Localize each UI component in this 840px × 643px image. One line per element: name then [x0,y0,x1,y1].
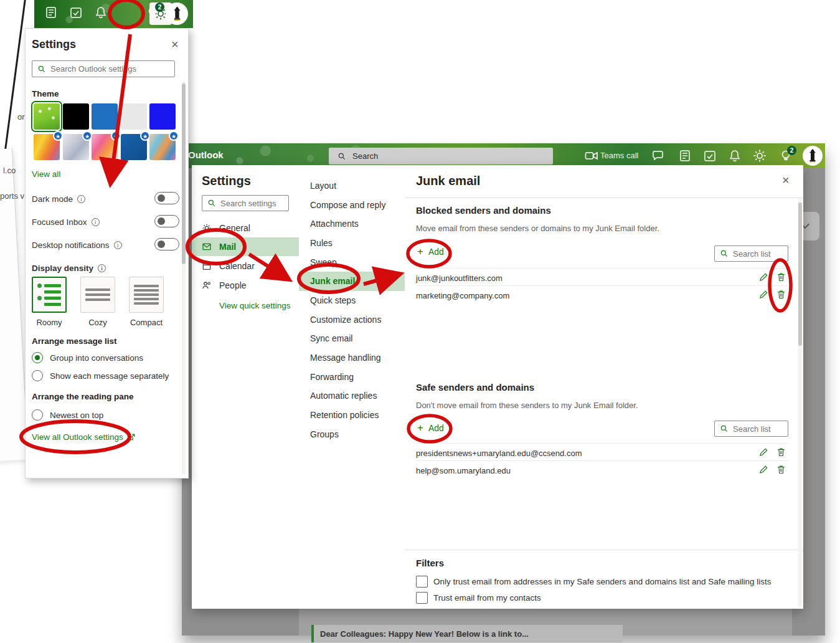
density-label-compact: Compact [129,318,164,327]
settings-dialog: Settings Search settings General Mail Ca… [192,165,803,609]
nav-groups[interactable]: Groups [299,425,405,444]
radio-group-conversations[interactable]: Group into conversations [32,351,143,364]
edit-pencil-icon[interactable] [758,272,769,282]
density-option-compact[interactable] [129,277,164,313]
density-option-roomy[interactable] [32,277,67,313]
toggle-label: Focused Inbox [32,217,87,227]
view-quick-settings-link[interactable]: View quick settings [219,301,291,310]
category-calendar[interactable]: Calendar [192,257,299,275]
close-icon[interactable]: × [171,38,179,50]
delete-trash-icon[interactable] [776,289,786,300]
settings-search-placeholder: Search settings [220,199,276,208]
search-icon [337,152,346,161]
theme-swatch-pink[interactable]: ★ [92,134,118,160]
pane-title: Junk email [416,174,480,188]
divider [405,198,803,198]
blocked-senders-description: Move email from these senders or domains… [416,224,659,233]
radio-label: Group into conversations [50,353,143,363]
focused-inbox-toggle[interactable] [154,215,179,227]
nav-junk-email[interactable]: Junk email [299,272,405,291]
video-camera-icon[interactable] [584,148,599,163]
edit-pencil-icon[interactable] [758,447,769,457]
nav-layout[interactable]: Layout [299,176,405,196]
tips-badge: 2 [155,2,164,12]
theme-swatch-basketball[interactable]: ★ [121,134,147,160]
edit-pencil-icon[interactable] [758,464,769,475]
blocked-search-list-input[interactable]: Search list [714,245,788,262]
safe-sender-item: presidentsnews+umaryland.edu@ccsend.com [416,449,582,458]
nav-sync-email[interactable]: Sync email [299,329,405,348]
category-mail[interactable]: Mail [192,237,299,256]
info-icon: i [98,264,106,272]
settings-gear-icon[interactable] [752,148,767,163]
scrollbar-thumb[interactable] [798,202,802,346]
flyout-search-input[interactable]: Search Outlook settings [32,60,175,77]
nav-compose-and-reply[interactable]: Compose and reply [299,196,405,215]
nav-message-handling[interactable]: Message handling [299,348,405,368]
star-icon: ★ [53,131,63,141]
notifications-bell-icon[interactable] [93,5,108,20]
nav-retention-policies[interactable]: Retention policies [299,406,405,425]
edit-pencil-icon[interactable] [758,289,769,300]
nav-attachments[interactable]: Attachments [299,214,405,234]
nav-rules[interactable]: Rules [299,234,405,253]
radio-separate-messages[interactable]: Show each message separately [32,369,169,382]
info-icon: i [92,218,100,226]
category-general[interactable]: General [192,219,299,237]
account-avatar[interactable] [166,2,188,25]
density-option-cozy[interactable] [80,277,115,313]
add-blocked-sender-button[interactable]: + Add [417,246,444,257]
theme-swatch-rainbow[interactable]: ★ [34,134,60,160]
dark-mode-toggle[interactable] [154,192,179,204]
nav-forwarding[interactable]: Forwarding [299,368,405,387]
theme-swatch-gray[interactable] [121,103,147,130]
theme-swatch-bright-blue[interactable] [149,103,176,130]
theme-swatch-beach[interactable]: ★ [149,134,176,160]
todo-icon[interactable] [702,148,717,163]
theme-swatch-green-selected[interactable] [34,103,60,130]
nav-automatic-replies[interactable]: Automatic replies [299,386,405,406]
close-icon[interactable]: × [782,174,790,186]
add-safe-sender-button[interactable]: + Add [417,422,444,433]
delete-trash-icon[interactable] [776,272,786,282]
add-button-label: Add [428,247,444,257]
safe-search-list-input[interactable]: Search list [714,421,788,437]
safe-senders-heading: Safe senders and domains [416,382,534,393]
desktop-notifications-toggle[interactable] [154,238,179,250]
category-people[interactable]: People [192,276,299,295]
delete-trash-icon[interactable] [776,464,786,475]
bar [44,284,61,287]
account-avatar[interactable] [803,146,823,166]
theme-swatch-blue[interactable] [92,103,118,130]
theme-swatch-black[interactable] [63,103,89,130]
scrollbar-thumb[interactable] [182,83,186,264]
settings-dialog-title: Settings [202,174,251,188]
settings-search-input[interactable]: Search settings [202,195,289,211]
mail-envelope-icon [202,242,212,252]
density-label-roomy: Roomy [32,318,67,327]
feed-icon[interactable] [44,5,59,20]
todo-icon[interactable] [68,5,83,20]
teams-call-button[interactable]: Teams call [600,151,638,160]
bar [44,297,61,300]
notifications-bell-icon[interactable] [727,148,742,163]
radio-newest-on-top[interactable]: Newest on top [32,409,103,421]
global-search-input[interactable]: Search [329,148,553,164]
filter-checkbox-trust-contacts[interactable] [416,592,428,604]
theme-view-all-link[interactable]: View all [32,169,60,179]
view-all-outlook-settings-link[interactable]: View all Outlook settings [32,432,136,442]
delete-trash-icon[interactable] [776,447,786,457]
bar [85,293,110,296]
theme-swatch-ribbons[interactable]: ★ [63,134,89,160]
nav-customize-actions[interactable]: Customize actions [299,310,405,330]
density-label-cozy: Cozy [80,318,115,327]
outlook-topbar: Outlook Search Teams call 2 [182,143,825,168]
safe-sender-item: help@som.umaryland.edu [416,466,511,475]
nav-quick-steps[interactable]: Quick steps [299,291,405,310]
chat-icon[interactable] [651,148,666,163]
plus-icon: + [417,246,423,257]
feed-icon[interactable] [677,148,692,163]
nav-sweep[interactable]: Sweep [299,253,405,272]
outlook-window: Outlook Search Teams call 2 Dear Colleag… [182,143,825,636]
filter-checkbox-safe-only[interactable] [416,576,428,588]
